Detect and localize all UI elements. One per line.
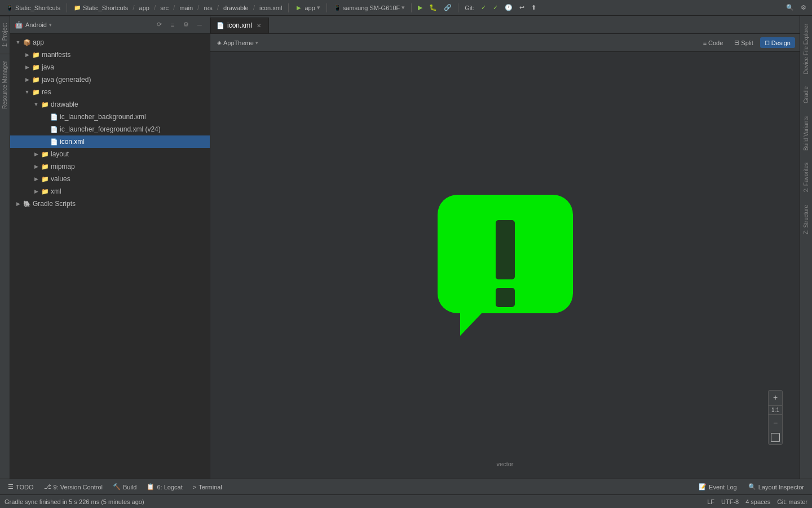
tree-icon-manifests: 📁 [32,51,40,59]
git-branch-status[interactable]: Git: master [777,498,807,505]
device-icon: 📱 [333,4,341,12]
favorites-tab[interactable]: 2: Favorites [801,157,811,198]
git-undo[interactable]: ↩ [517,3,527,12]
settings-button[interactable]: ⚙ [180,19,192,30]
sync-button[interactable]: ⟳ [153,19,165,30]
git-check2[interactable]: ✓ [491,3,500,12]
zoom-fit-button[interactable] [771,433,780,442]
code-view-button[interactable]: ≡ Code [699,38,728,48]
git-history[interactable]: 🕐 [502,3,515,12]
tree-icon-drawable: 📁 [41,100,49,108]
tab-close-button[interactable]: ✕ [255,21,263,29]
git-check1[interactable]: ✓ [479,3,488,12]
design-icon: ◻ [765,39,770,46]
bottom-tabs: ☰ TODO ⎇ 9: Version Control 🔨 Build 📋 6:… [0,479,812,494]
tree-arrow-mipmap[interactable]: ▶ [33,163,39,170]
tree-item-values[interactable]: ▶📁values [10,173,210,185]
tree-icon-app: 📦 [23,38,31,46]
git-push[interactable]: ⬆ [529,3,539,12]
icon-xml-tab[interactable]: 📄 icon.xml ✕ [210,17,269,33]
breadcrumb-file[interactable]: icon.xml [257,3,284,12]
tree-icon-ic_launcher_foreground: 📄 [50,125,58,133]
tree-arrow-java-gen[interactable]: ▶ [24,76,30,83]
tree-item-gradle-scripts[interactable]: ▶🐘Gradle Scripts [10,198,210,210]
structure-tab[interactable]: Z: Structure [801,199,811,240]
tree-item-res[interactable]: ▼📁res [10,86,210,98]
todo-tab[interactable]: ☰ TODO [3,481,38,492]
tree-item-manifests[interactable]: ▶📁manifests [10,49,210,61]
project-name[interactable]: 📱 Static_Shortcuts [3,3,63,13]
tree-item-xml[interactable]: ▶📁xml [10,185,210,198]
tree-arrow-drawable[interactable]: ▼ [33,101,39,108]
tree-arrow-gradle-scripts[interactable]: ▶ [15,200,21,207]
sep4 [411,3,412,12]
attach-button[interactable]: 🔗 [442,3,454,12]
tree-item-icon_xml[interactable]: 📄icon.xml [10,135,210,148]
project-panel-tab[interactable]: 1: Project [0,16,10,54]
zoom-out-button[interactable]: − [769,416,782,430]
tree-arrow-icon_xml [42,138,48,145]
todo-icon: ☰ [8,483,14,491]
line-ending[interactable]: LF [707,498,714,505]
version-control-tab[interactable]: ⎇ 9: Version Control [39,481,107,492]
tree-item-java[interactable]: ▶📁java [10,61,210,73]
vc-icon: ⎇ [44,483,51,491]
zoom-in-button[interactable]: + [769,391,782,404]
breadcrumb-src[interactable]: app [137,3,152,12]
tree-label-ic_launcher_foreground: ic_launcher_foreground.xml (v24) [60,125,161,133]
android-dropdown-arrow[interactable]: ▾ [49,22,52,28]
tree-item-ic_launcher_foreground[interactable]: 📄ic_launcher_foreground.xml (v24) [10,123,210,135]
run-config[interactable]: ▶ app ▾ [293,3,322,13]
split-view-button[interactable]: ⊟ Split [730,37,757,48]
event-log-tab[interactable]: 📝 Event Log [694,481,742,492]
tree-icon-layout: 📁 [41,150,49,158]
zoom-controls: + 1:1 − [768,390,783,445]
theme-selector[interactable]: ◈ AppTheme ▾ [215,38,261,47]
breadcrumb-drawable[interactable]: drawable [221,3,251,12]
tree-icon-mipmap: 📁 [41,163,49,170]
breadcrumb-res[interactable]: res [201,3,214,12]
search-button[interactable]: 🔍 [784,3,796,12]
svg-marker-1 [460,312,483,336]
tree-arrow-xml[interactable]: ▶ [33,188,39,195]
resource-manager-tab[interactable]: Resource Manager [0,54,10,116]
build-tab[interactable]: 🔨 Build [108,481,141,492]
view-mode-buttons: ≡ Code ⊟ Split ◻ Design [699,37,795,48]
zoom-ratio: 1:1 [769,405,782,415]
indent-setting[interactable]: 4 spaces [745,498,770,505]
layout-inspector-tab[interactable]: 🔍 Layout Inspector [744,481,809,492]
tree-item-mipmap[interactable]: ▶📁mipmap [10,160,210,173]
run-button[interactable]: ▶ [416,3,425,12]
breadcrumb-src2[interactable]: src [158,3,171,12]
tree-item-drawable[interactable]: ▼📁drawable [10,98,210,111]
tree-label-gradle-scripts: Gradle Scripts [33,200,76,208]
tree-arrow-app[interactable]: ▼ [15,39,21,46]
logcat-tab[interactable]: 📋 6: Logcat [142,481,187,492]
design-view-button[interactable]: ◻ Design [760,37,795,48]
tree-item-app[interactable]: ▼📦app [10,36,210,49]
tree-icon-icon_xml: 📄 [50,138,58,146]
tree-item-layout[interactable]: ▶📁layout [10,148,210,160]
tree-item-ic_launcher_background[interactable]: 📄ic_launcher_background.xml [10,111,210,123]
device-file-explorer-tab[interactable]: Device File Explorer [801,18,811,80]
tree-arrow-ic_launcher_background [42,113,48,120]
tree-arrow-java[interactable]: ▶ [24,64,30,71]
tree-item-java-gen[interactable]: ▶📁java (generated) [10,73,210,86]
terminal-tab[interactable]: > Terminal [188,482,227,492]
device-selector[interactable]: 📱 samsung SM-G610F ▾ [331,3,407,13]
tree-arrow-layout[interactable]: ▶ [33,151,39,157]
filter-button[interactable]: ≡ [167,19,178,30]
breadcrumb-main[interactable]: main [177,3,195,12]
right-panel-tabs: Device File Explorer Gradle Build Varian… [800,16,812,479]
settings-icon[interactable]: ⚙ [798,3,809,12]
breadcrumb-app[interactable]: 📁 Static_Shortcuts [71,3,130,13]
minimize-button[interactable]: ─ [194,19,205,30]
build-variants-tab[interactable]: Build Variants [801,111,811,156]
gradle-tab[interactable]: Gradle [801,81,811,109]
debug-button[interactable]: 🐛 [427,3,439,12]
tree-label-values: values [51,175,70,183]
tree-arrow-res[interactable]: ▼ [24,89,30,95]
tree-arrow-values[interactable]: ▶ [33,176,39,182]
tree-arrow-manifests[interactable]: ▶ [24,51,30,58]
charset[interactable]: UTF-8 [721,498,739,505]
